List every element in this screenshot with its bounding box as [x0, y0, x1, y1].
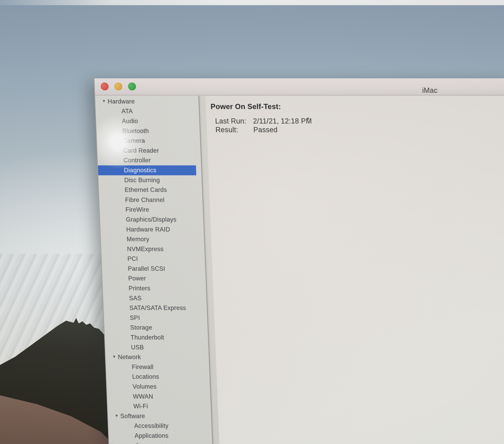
field-value: 2/11/21, 12:18 PM	[253, 117, 312, 125]
sidebar-item-bluetooth[interactable]: Bluetooth	[96, 126, 195, 136]
sidebar-item-label: ATA	[121, 108, 133, 115]
field-result: Result: Passed	[216, 125, 504, 134]
sidebar-list: ▼HardwareATAAudioBluetoothCameraCard Rea…	[95, 97, 213, 444]
sidebar-item-label: Diagnostics	[124, 167, 157, 174]
sidebar-item-label: Disc Burning	[124, 177, 160, 184]
sidebar-item-label: NVMExpress	[127, 246, 164, 253]
sidebar-item-label: Memory	[126, 236, 149, 243]
sidebar-item-volumes[interactable]: Volumes	[107, 382, 205, 392]
sidebar-item-label: USB	[131, 344, 144, 351]
sidebar-item-camera[interactable]: Camera	[97, 136, 195, 146]
sidebar-item-sata-sata-express[interactable]: SATA/SATA Express	[104, 303, 202, 313]
sidebar-item-printers[interactable]: Printers	[103, 283, 201, 293]
sidebar-item-label: PCI	[127, 255, 138, 262]
sidebar-item-label: Software	[120, 413, 145, 420]
sidebar-item-parallel-scsi[interactable]: Parallel SCSI	[102, 264, 200, 274]
sidebar-item-label: Components	[135, 442, 171, 444]
zoom-button[interactable]	[128, 83, 136, 90]
sidebar-item-hardware[interactable]: ▼Hardware	[95, 97, 194, 107]
sidebar-item-firewire[interactable]: FireWire	[100, 205, 198, 215]
sidebar-item-label: Network	[118, 354, 141, 361]
sidebar-item-graphics-displays[interactable]: Graphics/Displays	[100, 214, 198, 225]
sidebar-item-label: FireWire	[125, 206, 149, 213]
sidebar-item-label: Power	[128, 275, 146, 282]
sidebar-item-disc-burning[interactable]: Disc Burning	[98, 175, 197, 185]
sidebar-item-label: Camera	[123, 137, 145, 144]
sidebar-item-label: Applications	[134, 432, 169, 439]
sidebar-item-wwan[interactable]: WWAN	[107, 392, 205, 402]
sidebar-item-label: SATA/SATA Express	[129, 304, 186, 312]
sidebar-item-label: SPI	[130, 314, 140, 321]
field-value: Passed	[253, 125, 278, 134]
sidebar-item-diagnostics[interactable]: Diagnostics	[98, 165, 196, 175]
sidebar-item-applications[interactable]: Applications	[108, 431, 207, 441]
sidebar-item-label: Locations	[132, 373, 159, 380]
sidebar-item-thunderbolt[interactable]: Thunderbolt	[105, 333, 203, 342]
disclosure-triangle-icon[interactable]: ▼	[115, 414, 119, 418]
system-information-window: iMac ▼HardwareATAAudioBluetoothCameraCar…	[94, 78, 504, 444]
sidebar-item-label: Fibre Channel	[125, 196, 165, 203]
sidebar-item-label: Wi-Fi	[133, 403, 148, 410]
sidebar-item-usb[interactable]: USB	[105, 342, 203, 352]
sidebar-item-controller[interactable]: Controller	[98, 156, 196, 166]
sidebar-item-label: Graphics/Displays	[126, 216, 177, 223]
sidebar-item-audio[interactable]: Audio	[96, 116, 194, 126]
sidebar-item-label: Volumes	[132, 383, 157, 390]
detail-fields: Last Run: 2/11/21, 12:18 PM Result: Pass…	[215, 117, 504, 134]
sidebar-item-ata[interactable]: ATA	[96, 107, 194, 116]
sidebar-item-memory[interactable]: Memory	[101, 234, 199, 244]
sidebar-item-card-reader[interactable]: Card Reader	[97, 146, 196, 156]
sidebar-item-label: SAS	[129, 295, 142, 302]
field-label: Result:	[216, 125, 254, 134]
sidebar-item-label: Printers	[128, 285, 151, 292]
sidebar: ▼HardwareATAAudioBluetoothCameraCard Rea…	[95, 96, 213, 444]
sidebar-item-label: Bluetooth	[122, 127, 149, 135]
sidebar-item-label: Hardware	[108, 98, 135, 105]
sidebar-item-storage[interactable]: Storage	[104, 323, 203, 333]
sidebar-item-accessibility[interactable]: Accessibility	[108, 421, 206, 431]
sidebar-item-wi-fi[interactable]: Wi-Fi	[107, 401, 206, 411]
sidebar-item-label: Audio	[122, 118, 138, 125]
window-titlebar: iMac	[94, 78, 504, 95]
sidebar-item-label: Card Reader	[123, 147, 159, 154]
sidebar-item-label: Storage	[130, 324, 152, 331]
sidebar-item-firewall[interactable]: Firewall	[106, 362, 204, 372]
sidebar-item-nvmexpress[interactable]: NVMExpress	[101, 244, 199, 254]
sidebar-item-ethernet-cards[interactable]: Ethernet Cards	[99, 185, 197, 195]
sidebar-item-locations[interactable]: Locations	[106, 372, 204, 382]
sidebar-item-software[interactable]: ▼Software	[108, 411, 206, 421]
sidebar-item-sas[interactable]: SAS	[103, 293, 201, 303]
sidebar-item-label: WWAN	[133, 393, 153, 400]
content-pane: Power On Self-Test: Last Run: 2/11/21, 1…	[205, 96, 504, 444]
sidebar-item-label: Firewall	[132, 363, 154, 371]
sidebar-item-label: Controller	[123, 157, 151, 164]
field-last-run: Last Run: 2/11/21, 12:18 PM	[215, 117, 504, 125]
sidebar-item-power[interactable]: Power	[102, 274, 201, 284]
field-label: Last Run:	[215, 117, 253, 125]
sidebar-item-label: Parallel SCSI	[128, 265, 165, 272]
photo-top-edge	[0, 0, 504, 5]
minimize-button[interactable]	[114, 83, 123, 90]
sidebar-item-pci[interactable]: PCI	[102, 254, 200, 264]
sidebar-item-components[interactable]: Components	[109, 441, 207, 444]
sidebar-item-hardware-raid[interactable]: Hardware RAID	[100, 225, 199, 234]
sidebar-item-network[interactable]: ▼Network	[105, 352, 204, 362]
sidebar-item-label: Accessibility	[134, 422, 169, 429]
disclosure-triangle-icon[interactable]: ▼	[112, 355, 116, 359]
sidebar-item-spi[interactable]: SPI	[104, 313, 202, 323]
window-title: iMac	[422, 86, 438, 95]
disclosure-triangle-icon[interactable]: ▼	[102, 99, 106, 103]
sidebar-item-label: Ethernet Cards	[125, 186, 167, 194]
sidebar-item-fibre-channel[interactable]: Fibre Channel	[99, 195, 198, 205]
sidebar-item-label: Thunderbolt	[130, 334, 164, 341]
section-heading: Power On Self-Test:	[210, 103, 504, 111]
photographed-screen: iMac ▼HardwareATAAudioBluetoothCameraCar…	[0, 0, 504, 444]
sidebar-item-label: Hardware RAID	[126, 226, 170, 233]
close-button[interactable]	[101, 83, 109, 90]
